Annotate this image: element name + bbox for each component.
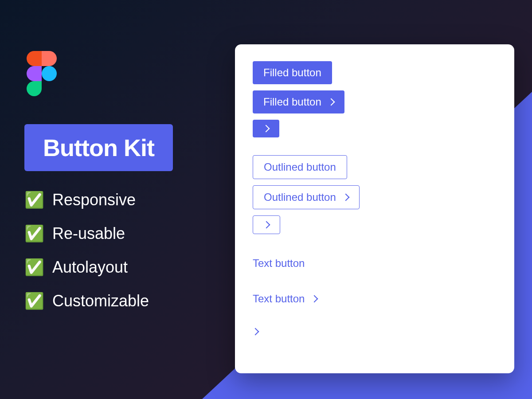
filled-icon-button[interactable] xyxy=(253,120,279,137)
button-label: Filled button xyxy=(263,96,321,108)
filled-button[interactable]: Filled button xyxy=(253,61,332,84)
chevron-right-icon xyxy=(262,125,270,133)
check-icon: ✅ xyxy=(24,226,44,242)
chevron-right-icon xyxy=(252,328,259,336)
chevron-right-icon xyxy=(327,98,335,106)
feature-list: ✅ Responsive ✅ Re-usable ✅ Autolayout ✅ … xyxy=(24,191,149,325)
button-label: Outlined button xyxy=(264,191,336,203)
button-label: Filled button xyxy=(263,66,321,79)
text-icon-button[interactable] xyxy=(253,323,258,340)
chevron-right-icon xyxy=(311,295,318,303)
showcase-card: Filled button Filled button Outlined but… xyxy=(235,44,514,373)
check-icon: ✅ xyxy=(24,293,44,309)
filled-button-with-icon[interactable]: Filled button xyxy=(253,90,344,113)
text-button[interactable]: Text button xyxy=(253,252,305,275)
chevron-right-icon xyxy=(342,194,349,201)
button-label: Text button xyxy=(253,257,305,270)
title-button: Button Kit xyxy=(24,124,173,171)
button-label: Text button xyxy=(253,293,305,305)
feature-label: Customizable xyxy=(52,292,149,310)
feature-item: ✅ Customizable xyxy=(24,292,149,310)
feature-item: ✅ Autolayout xyxy=(24,258,149,277)
outlined-button[interactable]: Outlined button xyxy=(253,155,347,179)
check-icon: ✅ xyxy=(24,192,44,208)
button-label: Outlined button xyxy=(264,161,336,173)
figma-logo xyxy=(27,51,57,95)
check-icon: ✅ xyxy=(24,259,44,275)
text-button-with-icon[interactable]: Text button xyxy=(253,287,317,310)
feature-item: ✅ Re-usable xyxy=(24,224,149,243)
feature-label: Responsive xyxy=(52,191,136,209)
feature-label: Re-usable xyxy=(52,224,125,243)
outlined-button-with-icon[interactable]: Outlined button xyxy=(253,185,360,209)
outlined-icon-button[interactable] xyxy=(253,215,280,234)
title-label: Button Kit xyxy=(43,134,154,161)
feature-label: Autolayout xyxy=(52,258,128,277)
chevron-right-icon xyxy=(263,221,270,229)
feature-item: ✅ Responsive xyxy=(24,191,149,209)
